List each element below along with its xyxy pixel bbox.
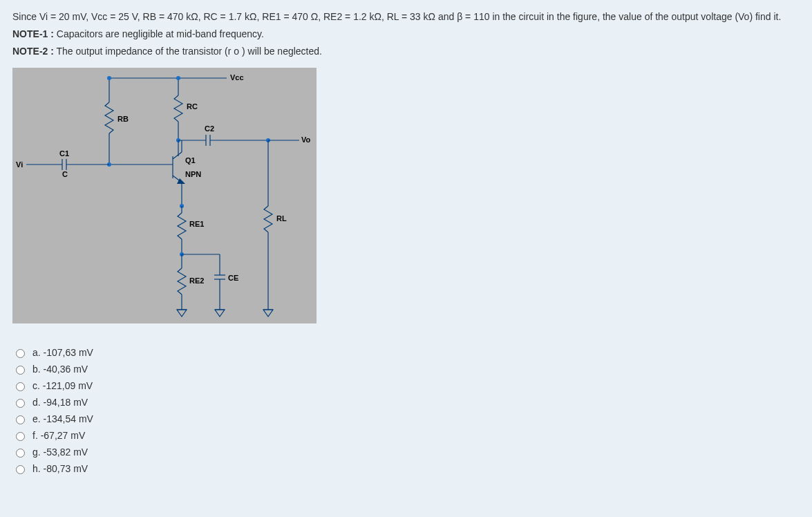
radio-b[interactable] bbox=[16, 366, 25, 375]
svg-line-15 bbox=[173, 152, 182, 159]
option-g-label: g. -53,82 mV bbox=[32, 446, 88, 458]
option-h-label: h. -80,73 mV bbox=[32, 463, 88, 474]
label-c: C bbox=[62, 170, 68, 178]
circuit-diagram: Vcc RB RC C2 Vo Q1 NPN Vi C1 C RE1 bbox=[12, 68, 317, 323]
radio-f[interactable] bbox=[16, 432, 25, 441]
option-e-label: e. -134,54 mV bbox=[32, 413, 93, 424]
note2-label: NOTE-2 : bbox=[12, 46, 54, 57]
question-line1: Since Vi = 20 mV, Vcc = 25 V, RB = 470 k… bbox=[12, 8, 800, 26]
svg-marker-18 bbox=[177, 178, 185, 184]
label-c2: C2 bbox=[205, 124, 214, 133]
radio-a[interactable] bbox=[16, 349, 25, 358]
label-re1: RE1 bbox=[189, 220, 204, 228]
option-d[interactable]: d. -94,18 mV bbox=[12, 394, 800, 411]
option-d-label: d. -94,18 mV bbox=[32, 397, 88, 408]
label-q1: Q1 bbox=[185, 156, 196, 164]
option-h[interactable]: h. -80,73 mV bbox=[12, 460, 800, 477]
option-b-label: b. -40,36 mV bbox=[32, 364, 88, 375]
note1-label: NOTE-1 : bbox=[12, 28, 54, 39]
question-block: Since Vi = 20 mV, Vcc = 25 V, RB = 470 k… bbox=[12, 8, 800, 61]
label-re2: RE2 bbox=[189, 276, 204, 285]
label-vo: Vo bbox=[301, 135, 311, 144]
radio-d[interactable] bbox=[16, 399, 25, 408]
option-f-label: f. -67,27 mV bbox=[32, 430, 85, 441]
label-npn: NPN bbox=[185, 170, 201, 178]
option-g[interactable]: g. -53,82 mV bbox=[12, 444, 800, 460]
label-rl: RL bbox=[276, 214, 287, 223]
note1-text: Capacitors are negligible at mid-band fr… bbox=[54, 28, 264, 39]
label-rb: RB bbox=[117, 115, 129, 123]
note2-text: The output impedance of the transistor (… bbox=[54, 46, 322, 57]
option-f[interactable]: f. -67,27 mV bbox=[12, 427, 800, 444]
svg-point-42 bbox=[107, 76, 111, 80]
option-e[interactable]: e. -134,54 mV bbox=[12, 411, 800, 427]
option-a-label: a. -107,63 mV bbox=[32, 347, 93, 358]
option-c[interactable]: c. -121,09 mV bbox=[12, 377, 800, 394]
answer-options: a. -107,63 mV b. -40,36 mV c. -121,09 mV… bbox=[12, 344, 800, 477]
option-b[interactable]: b. -40,36 mV bbox=[12, 361, 800, 377]
label-vcc: Vcc bbox=[230, 73, 244, 82]
svg-marker-38 bbox=[215, 310, 225, 317]
label-rc: RC bbox=[187, 102, 198, 111]
radio-e[interactable] bbox=[16, 415, 25, 424]
option-a[interactable]: a. -107,63 mV bbox=[12, 344, 800, 361]
option-c-label: c. -121,09 mV bbox=[32, 380, 93, 391]
svg-point-43 bbox=[176, 76, 180, 80]
radio-g[interactable] bbox=[16, 449, 25, 458]
label-c1: C1 bbox=[59, 149, 69, 158]
label-ce: CE bbox=[228, 274, 238, 282]
radio-h[interactable] bbox=[16, 465, 25, 474]
radio-c[interactable] bbox=[16, 382, 25, 391]
svg-marker-41 bbox=[263, 310, 273, 317]
svg-marker-32 bbox=[177, 310, 187, 317]
label-vi: Vi bbox=[16, 160, 23, 169]
